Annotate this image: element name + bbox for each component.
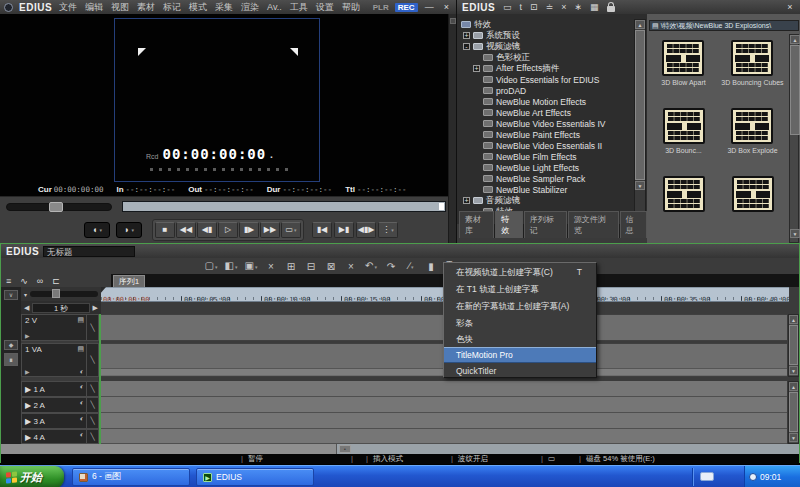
track-content-3a[interactable] (101, 413, 787, 429)
scroll-up-icon[interactable]: ▲ (790, 35, 800, 44)
tree-scrollbar[interactable]: ▲ ▼ (634, 19, 646, 219)
tree-item-nb-light[interactable]: NewBlue Light Effects (457, 162, 647, 173)
video-track-scrollbar[interactable]: ▲ ▼ (788, 314, 799, 377)
tree-item-video-essentials[interactable]: Video Essentials for EDIUS (457, 74, 647, 85)
thumbnail-scrollbar[interactable]: ▲ ▼ (789, 34, 799, 243)
tree-item-video-filters[interactable]: -视频滤镜 (457, 41, 647, 52)
expander-icon[interactable]: + (473, 65, 480, 72)
shuttle-slider[interactable] (6, 203, 112, 211)
expander-icon[interactable]: + (463, 197, 470, 204)
close-button[interactable]: × (441, 2, 452, 12)
collapse-button[interactable]: ∨ (4, 290, 18, 300)
jog-shuttle-left-button[interactable]: ◖▾ (84, 222, 110, 238)
sequence-tab[interactable]: 序列1 (113, 275, 145, 287)
stop-button[interactable]: ■ (155, 222, 175, 238)
minimize-button[interactable]: — (424, 2, 435, 12)
paste-button[interactable]: ⊟ (301, 259, 321, 274)
tree-scrollbar-handle[interactable] (635, 30, 645, 180)
palette-close-button[interactable]: × (784, 2, 796, 12)
menu-item-create-title-video-track[interactable]: 在视频轨道上创建字幕(C)T (444, 264, 596, 281)
tree-item-after-effects[interactable]: +After Effects插件 (457, 63, 647, 74)
timescale-value[interactable]: 1 秒 (32, 303, 89, 313)
track-eye-icon[interactable]: ◐ (80, 399, 84, 406)
menu-marker[interactable]: 标记 (162, 1, 182, 14)
track-curve-icon[interactable]: ╲ (86, 382, 98, 396)
loop-mode-icon[interactable]: ∞ (37, 276, 43, 286)
loop-button[interactable]: ▭▾ (281, 222, 301, 238)
undo-button[interactable]: ↶▾ (361, 258, 381, 275)
track-header-1va[interactable]: 1 VA▤▶◐ ╲ (21, 343, 99, 377)
menu-settings[interactable]: 设置 (315, 1, 335, 14)
track-header-1a[interactable]: ▶ 1 A◐ ╲ (21, 381, 99, 397)
menu-render[interactable]: 渲染 (240, 1, 260, 14)
add-cut-point-button[interactable]: ◀▮▶ (356, 222, 376, 238)
tree-item-system-presets[interactable]: +系统预设 (457, 30, 647, 41)
timescale-right-icon[interactable]: ▶ (93, 304, 98, 312)
tree-item-nb-essentials2[interactable]: NewBlue Video Essentials II (457, 140, 647, 151)
zoom-dropdown-icon[interactable]: ▾ (24, 291, 27, 298)
zoom-slider[interactable] (30, 291, 98, 297)
track-curve-icon[interactable]: ╲ (86, 398, 98, 412)
marker-button[interactable]: ◆ (4, 340, 18, 350)
video-scrollbar-handle[interactable] (789, 325, 798, 365)
tree-item-nb-paint[interactable]: NewBlue Paint Effects (457, 129, 647, 140)
scroll-down-icon[interactable]: ▼ (789, 366, 798, 375)
jog-shuttle-right-button[interactable]: ◗▾ (116, 222, 142, 238)
tree-item-nb-stabilizer[interactable]: NewBlue Stabilizer (457, 184, 647, 195)
previous-frame-button[interactable]: ◀▮ (197, 222, 217, 238)
cut-button[interactable]: × (261, 259, 281, 274)
view-grid-icon[interactable]: ▦ (590, 2, 599, 12)
menu-view[interactable]: 视图 (110, 1, 130, 14)
effect-item[interactable]: 3D Blow Apart (661, 34, 705, 102)
tree-item-color-correction[interactable]: 色彩校正 (457, 52, 647, 63)
tray-app-icon[interactable] (700, 472, 714, 481)
tree-item-audio-filters[interactable]: +音频滤镜 (457, 195, 647, 206)
track-expand-icon[interactable]: ▶ (25, 332, 30, 339)
divide-view-icon[interactable]: ≐ (546, 2, 554, 12)
tab-effects[interactable]: 特效 (495, 211, 523, 238)
menu-av[interactable]: Av.. (266, 2, 283, 12)
menu-item-create-title-new-track[interactable]: 在新的字幕轨道上创建字幕(A) (444, 298, 596, 315)
set-in-button[interactable]: ▮◀ (312, 222, 332, 238)
effect-item[interactable]: 3D Bouncing Cubes (721, 34, 783, 102)
scroll-down-icon[interactable]: ▼ (790, 229, 800, 238)
track-panel-icon[interactable]: ▤ (77, 345, 84, 353)
menu-help[interactable]: 帮助 (341, 1, 361, 14)
tab-bin[interactable]: 素材库 (459, 211, 494, 238)
effect-item[interactable]: 3D Box Explode (727, 102, 777, 170)
scroll-down-icon[interactable]: ▼ (789, 433, 798, 442)
waveform-mode-icon[interactable]: ∿ (20, 276, 28, 286)
position-bar[interactable] (122, 201, 446, 212)
track-header-2v[interactable]: 2 V▤▶ ╲ (21, 314, 99, 341)
menu-edit[interactable]: 编辑 (84, 1, 104, 14)
track-tool-button[interactable]: ∎ (4, 353, 18, 366)
delete-effect-icon[interactable]: × (561, 2, 566, 12)
expander-icon[interactable]: - (463, 43, 470, 50)
audio-scrollbar-handle[interactable] (789, 392, 798, 432)
tab-info[interactable]: 信息 (620, 211, 648, 238)
play-button[interactable]: ▷ (218, 222, 238, 238)
tree-item-nb-essentials4[interactable]: NewBlue Video Essentials IV (457, 118, 647, 129)
track-expand-icon[interactable]: ▶ (25, 368, 30, 375)
track-eye-icon[interactable]: ◐ (80, 383, 84, 390)
horizontal-scrollbar-handle[interactable]: • (339, 445, 351, 453)
menu-capture[interactable]: 采集 (214, 1, 234, 14)
razor-button[interactable]: ∕▾ (401, 258, 421, 275)
lock-icon[interactable] (607, 6, 615, 12)
track-header-3a[interactable]: ▶ 3 A◐ ╲ (21, 413, 99, 429)
menu-item-color-matte[interactable]: 色块 (444, 331, 596, 347)
redo-button[interactable]: ↷ (381, 259, 401, 274)
scroll-up-icon[interactable]: ▲ (789, 382, 798, 391)
track-content-4a[interactable] (101, 429, 787, 444)
rec-mode-button[interactable]: REC (395, 3, 418, 12)
scroll-down-icon[interactable]: ▼ (635, 181, 645, 190)
replace-button[interactable]: ⊠ (321, 259, 341, 274)
menu-item-color-bars[interactable]: 彩条 (444, 315, 596, 331)
save-project-button[interactable]: ▣▾ (241, 258, 261, 275)
properties-icon[interactable]: ∗ (574, 2, 582, 12)
link-bin-icon[interactable]: ⊡ (530, 2, 538, 12)
menu-item-titlemotion-pro[interactable]: TitleMotion Pro (444, 347, 596, 363)
folder-path-bar[interactable]: ▤ \特效\视频\NewBlue 3D Explosions\ (649, 20, 799, 31)
track-curve-icon[interactable]: ╲ (86, 430, 98, 443)
effect-item[interactable] (663, 170, 705, 238)
